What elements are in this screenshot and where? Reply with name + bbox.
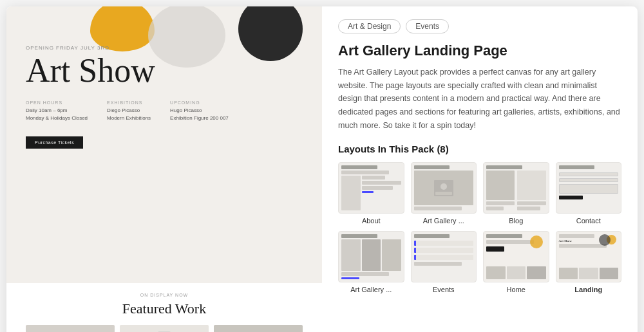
gallery-preview (412, 163, 477, 213)
gal2-img-3 (382, 239, 401, 271)
landing-img-1 (559, 268, 578, 279)
blog-preview (484, 163, 549, 213)
about-preview (339, 163, 404, 213)
thumb-inner-2 (120, 325, 209, 332)
upcoming-value: Hugo PicassoExhibition Figure 200 007 (170, 107, 229, 122)
landing-img-3 (600, 268, 619, 279)
home-preview (484, 232, 549, 282)
preview-area: Opening Friday July 3rd Art Show Open Ho… (6, 6, 322, 332)
layout-gallery[interactable]: Art Gallery ... (411, 162, 477, 225)
svg-rect-2 (435, 192, 452, 195)
field-2 (559, 178, 619, 182)
mini-bar-g1 (414, 165, 450, 169)
hours-label: Open Hours (26, 100, 88, 105)
home-subtitle (486, 240, 534, 244)
thumb-inner-3 (214, 325, 303, 332)
submit-btn (559, 196, 583, 199)
thumbnails-row (26, 325, 303, 332)
gallery2-preview (339, 232, 404, 282)
home-title (486, 234, 522, 238)
landing-shape-dark (599, 234, 611, 246)
layout-contact-label: Contact (556, 217, 622, 225)
info-grid: Open Hours Daily 10am – 6pmMonday & Holi… (26, 100, 303, 122)
thumbnail-2 (120, 325, 209, 332)
mini-col-2 (362, 176, 401, 210)
on-display-label: On Display Now (26, 293, 303, 297)
field-3 (559, 184, 619, 194)
contact-fields (559, 171, 619, 210)
layout-landing-label: Landing (556, 286, 622, 293)
layout-gallery-thumb (411, 162, 477, 214)
landing-bar-2 (559, 244, 607, 248)
layout-events-thumb (411, 231, 477, 282)
mini-bar-e2 (414, 262, 462, 266)
description: The Art Gallery Layout pack provides a p… (338, 66, 621, 132)
blog-col-2 (517, 171, 545, 210)
art-show-preview: Opening Friday July 3rd Art Show Open Ho… (6, 6, 322, 283)
home-img-3 (527, 266, 546, 279)
home-hero (486, 234, 546, 265)
layout-about[interactable]: About (338, 162, 404, 225)
mini-col-1 (341, 176, 361, 210)
layout-home[interactable]: Home (483, 231, 549, 293)
layout-blog[interactable]: Blog (483, 162, 549, 225)
contact-preview (556, 163, 621, 213)
blog-bar-3 (517, 201, 545, 205)
mini-cols (341, 176, 401, 210)
landing-preview: Art Show (556, 232, 621, 282)
home-btn (486, 246, 504, 252)
mini-bar-3 (362, 176, 385, 180)
layout-gallery2[interactable]: Art Gallery ... (338, 231, 404, 293)
field-1 (559, 172, 619, 176)
layout-gallery2-thumb (338, 231, 404, 282)
events-list (414, 239, 474, 279)
mini-img-1 (414, 171, 474, 205)
layout-home-thumb (483, 231, 549, 282)
gallery2-content (341, 239, 401, 279)
layout-events[interactable]: Events (411, 231, 477, 293)
layout-blog-thumb (483, 162, 549, 214)
mini-bar-e1 (414, 234, 450, 238)
home-row-2 (486, 266, 546, 279)
landing-row-2 (559, 268, 619, 279)
mini-accent-1 (362, 191, 374, 193)
tag-events[interactable]: Events (406, 19, 449, 33)
featured-section: On Display Now Featured Work (6, 283, 322, 332)
mini-accent-g2 (341, 277, 359, 279)
mini-bar-b1 (486, 165, 522, 169)
main-container: Opening Friday July 3rd Art Show Open Ho… (6, 6, 638, 332)
home-img-1 (486, 266, 506, 279)
opening-text: Opening Friday July 3rd (26, 45, 303, 51)
mini-bar-g21 (341, 234, 377, 238)
mini-bar-5 (362, 186, 393, 190)
home-img-2 (507, 266, 526, 279)
upcoming-label: Upcoming (170, 100, 229, 105)
thumb-inner-1 (26, 325, 115, 332)
layouts-heading: Layouts In This Pack (8) (338, 143, 621, 154)
info-col-hours: Open Hours Daily 10am – 6pmMonday & Holi… (26, 100, 88, 122)
layout-blog-label: Blog (483, 217, 549, 225)
layout-landing[interactable]: Art Show Landing (556, 231, 622, 293)
layout-contact-thumb (556, 162, 622, 214)
landing-bar-1 (559, 234, 595, 238)
mini-bar-c1 (559, 165, 595, 169)
layout-events-label: Events (411, 286, 477, 293)
tag-art-design[interactable]: Art & Design (338, 19, 401, 33)
blog-img-2 (517, 171, 545, 200)
events-preview (412, 232, 477, 282)
mini-bar-1 (341, 165, 377, 169)
mini-bar-2 (341, 171, 389, 174)
blog-bar-4 (517, 207, 540, 210)
art-show-content: Opening Friday July 3rd Art Show Open Ho… (6, 45, 322, 149)
purchase-tickets-button[interactable]: Purchase Tickets (26, 136, 83, 149)
mini-bar-g2 (414, 207, 462, 210)
art-show-title: Art Show (26, 54, 303, 88)
landing-hero: Art Show (559, 234, 619, 266)
layout-gallery2-label: Art Gallery ... (338, 286, 404, 293)
blog-bar-1 (486, 201, 515, 205)
gal2-img-1 (341, 239, 361, 271)
event-2 (414, 248, 474, 253)
tags-row: Art & Design Events (338, 19, 621, 33)
layout-contact[interactable]: Contact (556, 162, 622, 225)
mini-bar-4 (362, 181, 401, 185)
